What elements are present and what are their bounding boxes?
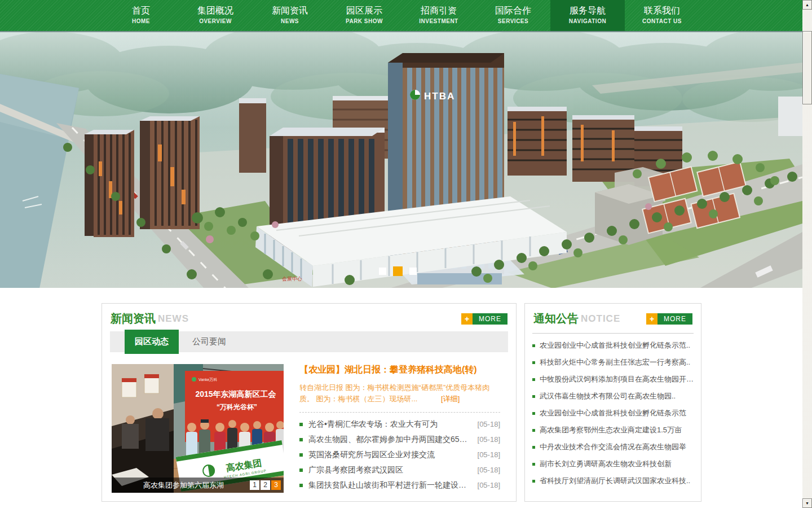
photo-page-number[interactable]: 3 [271,480,281,490]
nav-item-label-zh: 联系我们 [625,5,699,16]
bullet-icon [532,395,535,398]
banner-title-line2: “万科光谷杯” [217,403,257,411]
bullet-icon [532,463,535,466]
news-right-column: 【农业园】湖北日报：攀登养猪科技高地(转) 转自湖北日报 图为：梅书棋检测恩施“… [299,364,500,493]
news-list-item[interactable]: 高农生物园、都尔霍姆参加中丹两国建交65周… [05-18] [299,432,500,447]
news-item-date: [05-18] [478,450,500,459]
featured-news-title[interactable]: 【农业园】湖北日报：攀登养猪科技高地(转) [299,364,500,376]
nav-item[interactable]: 园区展示 PARK SHOW [327,0,401,31]
nav-item-label-zh: 招商引资 [401,5,476,16]
featured-detail-link[interactable]: [详细] [441,395,460,403]
notice-list-item[interactable]: 副市长刘立勇调研高农生物农业科技创新 [525,456,701,472]
notice-more-button[interactable]: + MORE [646,313,692,325]
news-title-zh: 新闻资讯 [111,311,156,326]
news-item-title[interactable]: 高农生物园、都尔霍姆参加中丹两国建交65周… [308,435,473,445]
news-section: 新闻资讯 NEWS + MORE 园区动态公司要闻 [102,303,517,502]
nav-item-label-zh: 园区展示 [327,5,401,16]
nav-items: 首页 HOME 集团概况 OVERVIEW 新闻资讯 NEWS 园区展示 PAR… [104,0,802,31]
notice-list-item[interactable]: 农业园创业中心成首批科技创业孵化链条示范.. [525,337,701,354]
notice-list-item[interactable]: 科技部火炬中心常务副主任张志宏一行考察高.. [525,354,701,371]
scrollbar-up-icon[interactable]: ▲ [802,0,812,10]
news-list-item[interactable]: 集团扶贫队赴山坡街和平村进行新一轮建设工作 [05-18] [299,478,500,493]
notice-list-item[interactable]: 高农集团考察鄂州生态农业商定建设1.5万亩 [525,422,701,439]
featured-news-summary: 转自湖北日报 图为：梅书棋检测恩施“硒都黑”优质母本猪肉质。 图为：梅书棋（左三… [299,382,500,405]
notice-item-title[interactable]: 省科技厅刘望清副厅长调研武汉国家农业科技.. [540,476,690,486]
plus-icon: + [646,313,657,325]
news-title-en: NEWS [158,313,189,325]
notice-list-item[interactable]: 农业园创业中心成首批科技创业孵化链条示范 [525,405,701,422]
nav-item[interactable]: 集团概况 OVERVIEW [178,0,253,31]
notice-item-title[interactable]: 武汉伟嘉生物技术有限公司在高农生物园.. [540,391,676,401]
carousel-dot[interactable] [379,268,386,275]
notice-divider [532,333,694,334]
scrollbar-thumb[interactable] [802,31,812,104]
news-item-title[interactable]: 英国洛桑研究所与园区企业对接交流 [308,450,473,460]
news-list-item[interactable]: 广宗县考察团考察武汉园区 [05-18] [299,462,500,478]
bullet-icon [532,361,535,364]
nav-item-label-zh: 首页 [104,5,178,16]
vertical-scrollbar[interactable]: ▲ ▼ [802,0,812,508]
news-photo-slide[interactable]: Vanke万科 2015年东湖高新区工会 “万科光谷杯” [112,364,284,493]
nav-item-label-en: OVERVIEW [178,18,253,24]
news-item-title[interactable]: 光谷•青桐汇华农专场：农业大有可为 [308,419,473,430]
carousel-dot[interactable] [409,268,417,275]
hero-banner: HTBA 会展中心 [0,31,802,288]
featured-news-text: 转自湖北日报 图为：梅书棋检测恩施“硒都黑”优质母本猪肉质。 图为：梅书棋（左三… [299,383,489,403]
bullet-icon [532,446,535,449]
notice-list-item[interactable]: 武汉伟嘉生物技术有限公司在高农生物园.. [525,388,701,405]
nav-item[interactable]: 国际合作 SERVICES [476,0,550,31]
news-item-title[interactable]: 广宗县考察团考察武汉园区 [308,465,473,475]
photo-caption-text[interactable]: 高农集团参加第六届东湖 [117,480,250,491]
notice-item-title[interactable]: 农业园创业中心成首批科技创业孵化链条示范 [540,408,686,418]
bullet-icon [299,468,303,472]
bullet-icon [532,480,535,483]
bullet-icon [532,429,535,432]
bullet-icon [299,484,303,487]
news-more-button[interactable]: + MORE [461,313,508,325]
news-tab[interactable]: 园区动态 [125,330,179,354]
news-item-date: [05-18] [478,466,500,474]
news-item-title[interactable]: 集团扶贫队赴山坡街和平村进行新一轮建设工作 [308,480,473,491]
nav-item[interactable]: 服务导航 NAVIGATION [550,0,625,31]
more-label: MORE [473,313,508,325]
photo-pager: 123 [250,480,281,490]
notice-item-title[interactable]: 高农集团考察鄂州生态农业商定建设1.5万亩 [540,425,682,435]
nav-item-label-zh: 新闻资讯 [253,5,327,16]
notice-item-title[interactable]: 中丹农业技术合作交流会情况在高农生物园举 [540,442,686,452]
news-list: 光谷•青桐汇华农专场：农业大有可为 [05-18] 高农生物园、都尔霍姆参加中丹… [299,417,500,493]
notice-item-title[interactable]: 科技部火炬中心常务副主任张志宏一行考察高.. [540,357,690,367]
scrollbar-down-icon[interactable]: ▼ [802,498,812,508]
banner-brand-text: Vanke万科 [198,378,217,382]
notice-list-item[interactable]: 省科技厅刘望清副厅长调研武汉国家农业科技.. [525,472,701,489]
notice-item-title[interactable]: 副市长刘立勇调研高农生物农业科技创新 [540,459,672,469]
news-item-date: [05-18] [478,420,500,428]
news-list-item[interactable]: 光谷•青桐汇华农专场：农业大有可为 [05-18] [299,417,500,432]
nav-item-label-zh: 国际合作 [476,5,550,16]
htba-logo-text: HTBA [424,91,455,102]
notice-title-zh: 通知公告 [533,311,579,326]
notice-header: 通知公告 NOTICE + MORE [525,304,701,330]
photo-page-number[interactable]: 2 [261,480,270,490]
hero-illustration: HTBA 会展中心 [0,32,802,288]
more-label: MORE [657,313,692,325]
nav-item-label-en: SERVICES [476,18,550,24]
hero-carousel-indicators [379,266,417,276]
nav-item-label-en: NAVIGATION [550,18,625,24]
carousel-dot[interactable] [393,266,403,276]
photo-page-number[interactable]: 1 [250,480,259,490]
bullet-icon [532,412,535,415]
news-tab[interactable]: 公司要闻 [179,336,240,347]
news-item-date: [05-18] [478,481,500,489]
notice-list-item[interactable]: 中牧股份武汉饲料添加剂项目在高农生物园开..… [525,371,701,388]
news-list-item[interactable]: 英国洛桑研究所与园区企业对接交流 [05-18] [299,447,500,462]
nav-item[interactable]: 招商引资 INVESTMENT [401,0,476,31]
notice-item-title[interactable]: 农业园创业中心成首批科技创业孵化链条示范.. [540,340,690,351]
notice-list-item[interactable]: 中丹农业技术合作交流会情况在高农生物园举 [525,439,701,456]
nav-item[interactable]: 联系我们 CONTACT US [625,0,699,31]
notice-item-title[interactable]: 中牧股份武汉饲料添加剂项目在高农生物园开..… [540,374,694,384]
news-body: Vanke万科 2015年东湖高新区工会 “万科光谷杯” [102,352,516,493]
nav-item[interactable]: 新闻资讯 NEWS [253,0,327,31]
notice-section: 通知公告 NOTICE + MORE 农业园创业中心成首批科技创业孵化链条示范.… [524,303,701,502]
nav-item[interactable]: 首页 HOME [104,0,178,31]
nav-item-label-en: NEWS [253,18,327,24]
